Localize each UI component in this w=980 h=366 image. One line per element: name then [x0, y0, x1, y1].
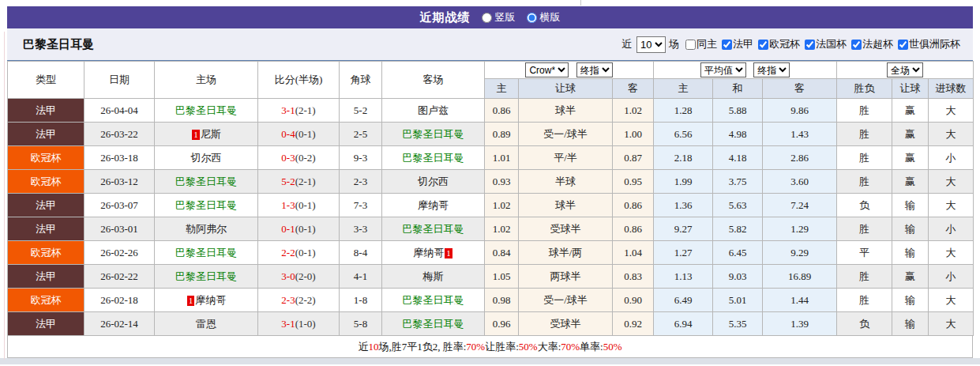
filter-supercup-checkbox[interactable] [851, 40, 862, 50]
table-row: 欧冠杯26-03-12巴黎圣日耳曼5-2(2-1)2-3切尔西0.93半球0.9… [8, 170, 974, 194]
league-type-cell: 欧冠杯 [8, 289, 84, 312]
subheader-avg-away: 客 [763, 79, 837, 99]
average-select[interactable]: 平均值 [700, 62, 746, 77]
matches-unit-label: 场 [669, 37, 679, 51]
odds-stage-select-1[interactable]: 终指 [576, 62, 613, 77]
average-group-header: 平均值 终指 [654, 62, 837, 79]
avg-draw-odds-cell: 9.03 [713, 265, 763, 289]
filter-ligue1-checkbox[interactable] [722, 40, 732, 50]
filter-cwc-checkbox[interactable] [898, 40, 908, 50]
score-cell: 0-4(0-1) [258, 123, 340, 146]
league-type-cell: 欧冠杯 [8, 170, 84, 194]
layout-vertical-option[interactable]: 竖版 [482, 10, 516, 25]
filter-coupe-checkbox[interactable] [805, 40, 815, 50]
col-header-type: 类型 [8, 62, 84, 99]
match-date-cell: 26-02-18 [84, 289, 155, 312]
subheader-avg-home: 主 [654, 79, 713, 99]
same-home-checkbox[interactable] [685, 40, 696, 50]
handicap-away-odds-cell: 1.00 [613, 123, 654, 146]
filter-supercup-label: 法超杯 [862, 37, 893, 51]
handicap-line-cell: 受一/球半 [519, 289, 613, 312]
handicap-result-cell: 赢 [892, 123, 929, 146]
scope-select[interactable]: 全场 [887, 62, 923, 77]
filter-ucl-label: 欧冠杯 [769, 37, 800, 51]
avg-draw-odds-cell: 3.75 [713, 170, 763, 194]
table-row: 法甲26-03-221尼斯0-4(0-1)2-5巴黎圣日耳曼0.89受一/球半1… [8, 123, 974, 146]
score-cell: 1-3(0-1) [258, 194, 340, 217]
avg-draw-odds-cell: 5.88 [713, 99, 763, 123]
score-cell: 0-3(0-2) [258, 146, 340, 170]
avg-home-odds-cell: 6.56 [654, 123, 713, 146]
vertical-radio[interactable] [482, 13, 492, 23]
league-type-cell: 欧冠杯 [8, 146, 84, 170]
handicap-line-cell: 球半/两 [519, 241, 613, 265]
col-header-date: 日期 [84, 62, 155, 99]
handicap-line-cell: 两球半 [519, 265, 613, 289]
table-row: 法甲26-04-04巴黎圣日耳曼3-1(2-1)5-2图卢兹0.86球半1.02… [8, 99, 974, 123]
home-team-cell: 1尼斯 [155, 123, 258, 146]
vertical-radio-label: 竖版 [495, 10, 516, 25]
team-name: 巴黎圣日耳曼 [23, 37, 94, 52]
table-row: 欧冠杯26-02-181摩纳哥2-3(2-2)1-8巴黎圣日耳曼0.98受一/球… [8, 289, 974, 312]
avg-draw-odds-cell: 5.01 [713, 289, 763, 312]
promotion-badge: 1 [192, 130, 200, 140]
match-date-cell: 26-03-22 [84, 123, 155, 146]
avg-draw-odds-cell: 4.18 [713, 146, 763, 170]
handicap-result-cell: 赢 [892, 265, 929, 289]
handicap-home-odds-cell: 0.98 [485, 289, 519, 312]
handicap-result-cell: 输 [892, 289, 929, 312]
match-count-select[interactable]: 10 [636, 36, 666, 53]
league-type-cell: 法甲 [8, 194, 84, 217]
away-team-cell: 巴黎圣日耳曼 [382, 123, 485, 146]
handicap-away-odds-cell: 1.02 [613, 99, 654, 123]
bottom-band [0, 358, 980, 364]
corners-cell: 9-3 [340, 146, 382, 170]
bookmaker-select[interactable]: Crow* [525, 62, 569, 77]
corners-cell: 4-1 [340, 265, 382, 289]
same-home-label: 同主 [697, 37, 717, 51]
corners-cell: 8-4 [340, 241, 382, 265]
avg-draw-odds-cell: 5.35 [713, 312, 763, 336]
summary-segment: 50% [519, 341, 538, 353]
subheader-result: 胜负 [837, 79, 892, 99]
league-type-cell: 法甲 [8, 123, 84, 146]
filter-toolbar: 巴黎圣日耳曼 近 10 场 同主 法甲 欧冠杯 法国杯 法超杯 世俱洲际杯 [7, 28, 973, 61]
promotion-badge: 1 [187, 296, 195, 306]
result-cell: 负 [837, 312, 892, 336]
home-team-cell: 巴黎圣日耳曼 [155, 241, 258, 265]
horizontal-radio[interactable] [527, 13, 537, 23]
summary-segment: 大率: [538, 340, 561, 354]
avg-draw-odds-cell: 5.63 [713, 194, 763, 217]
away-team-cell: 巴黎圣日耳曼 [382, 146, 485, 170]
handicap-home-odds-cell: 0.86 [485, 99, 519, 123]
league-type-cell: 法甲 [8, 265, 84, 289]
avg-home-odds-cell: 9.27 [654, 217, 713, 241]
avg-away-odds-cell: 1.39 [763, 312, 837, 336]
widget-title: 近期战绩 [420, 10, 471, 25]
result-cell: 胜 [837, 99, 892, 123]
away-team-cell: 切尔西 [382, 170, 485, 194]
avg-draw-odds-cell: 5.82 [713, 217, 763, 241]
summary-segment: 让胜率: [485, 340, 519, 354]
filter-coupe-label: 法国杯 [816, 37, 847, 51]
avg-away-odds-cell: 1.29 [763, 217, 837, 241]
away-team-cell: 巴黎圣日耳曼 [382, 312, 485, 336]
home-team-cell: 巴黎圣日耳曼 [155, 99, 258, 123]
league-type-cell: 法甲 [8, 99, 84, 123]
subheader-handicap-result: 让球 [892, 79, 929, 99]
handicap-away-odds-cell: 0.87 [613, 146, 654, 170]
result-cell: 胜 [837, 170, 892, 194]
handicap-result-cell: 赢 [892, 99, 929, 123]
col-header-home: 主场 [155, 62, 258, 99]
filter-ucl-checkbox[interactable] [758, 40, 768, 50]
summary-segment: 场,胜7平1负2, 胜率: [378, 340, 466, 354]
subheader-goals: 进球数 [929, 79, 974, 99]
header-row-groups: 类型 日期 主场 比分(半场) 角球 客场 Crow* 终指 平均值 终指 全场 [8, 62, 974, 79]
layout-horizontal-option[interactable]: 横版 [527, 10, 561, 25]
odds-stage-select-2[interactable]: 终指 [753, 62, 790, 77]
table-row: 欧冠杯26-03-18切尔西0-3(0-2)9-3巴黎圣日耳曼1.01平/半0.… [8, 146, 974, 170]
subheader-handicap-away: 客 [613, 79, 654, 99]
results-table: 类型 日期 主场 比分(半场) 角球 客场 Crow* 终指 平均值 终指 全场 [7, 61, 974, 336]
avg-home-odds-cell: 1.27 [654, 241, 713, 265]
home-team-cell: 勒阿弗尔 [155, 217, 258, 241]
